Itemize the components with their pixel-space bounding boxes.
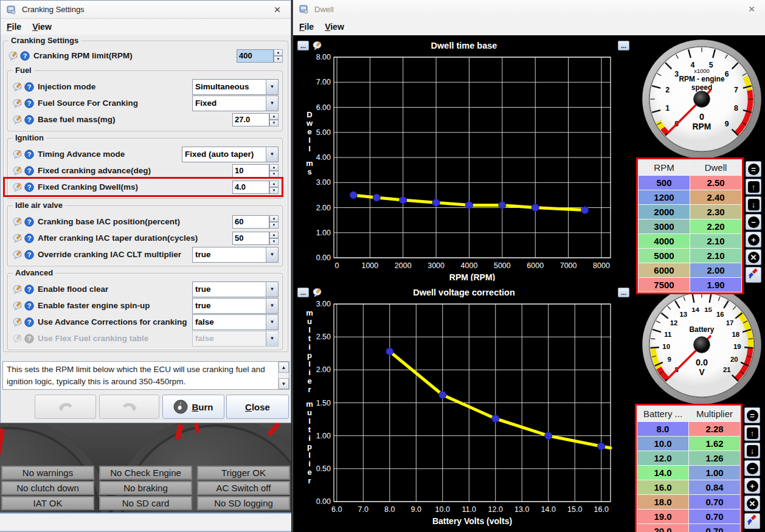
number-input[interactable]: 50 xyxy=(232,232,269,245)
menu-file[interactable]: File xyxy=(299,22,314,32)
edit-bubble-icon[interactable] xyxy=(13,250,23,260)
close-button[interactable]: ✕ xyxy=(746,249,761,265)
table-cell[interactable]: 4000 xyxy=(639,234,690,249)
indicator-trigger-ok[interactable]: Trigger OK xyxy=(197,466,290,480)
chart-point[interactable] xyxy=(545,432,552,440)
indicator-no-sd-card[interactable]: No SD card xyxy=(99,496,192,510)
chevron-down-icon[interactable]: ▼ xyxy=(266,147,278,162)
indicator-no-check-engine[interactable]: No Check Engine xyxy=(99,466,192,480)
help-question-icon[interactable]: ? xyxy=(24,233,35,243)
chevron-down-icon[interactable]: ▼ xyxy=(266,282,278,297)
dropdown[interactable]: false▼ xyxy=(192,331,279,347)
spinner-down-icon[interactable]: ▼ xyxy=(269,171,279,178)
indicator-ac-switch-off[interactable]: AC Switch off xyxy=(197,481,290,495)
table-cell[interactable]: 10.0 xyxy=(637,437,689,451)
dropdown[interactable]: Fixed▼ xyxy=(192,95,279,111)
burn-button[interactable]: Burn xyxy=(162,395,224,419)
help-question-icon[interactable]: ? xyxy=(24,166,35,176)
chart-point[interactable] xyxy=(531,204,539,212)
dropdown[interactable]: true▼ xyxy=(192,247,279,263)
indicator-iat-ok[interactable]: IAT OK xyxy=(1,496,94,510)
chart-point[interactable] xyxy=(350,192,357,199)
help-question-icon[interactable]: ? xyxy=(20,51,30,61)
help-question-icon[interactable]: ? xyxy=(24,250,35,260)
menu-file[interactable]: File xyxy=(7,22,21,32)
table-cell[interactable]: 1.26 xyxy=(689,451,741,466)
chart-point[interactable] xyxy=(439,392,446,399)
chart-point[interactable] xyxy=(373,194,380,201)
dropdown-value[interactable]: true xyxy=(193,247,266,262)
spinner-down-icon[interactable]: ▼ xyxy=(269,222,279,229)
minus-button[interactable]: − xyxy=(746,214,761,230)
scroll-up-icon[interactable]: ▲ xyxy=(279,362,289,373)
pencil-button[interactable] xyxy=(744,513,760,529)
help-question-icon[interactable]: ? xyxy=(24,334,35,344)
chart-point[interactable] xyxy=(499,201,506,209)
chevron-down-icon[interactable]: ▼ xyxy=(266,299,278,313)
edit-bubble-icon[interactable] xyxy=(13,217,23,227)
edit-bubble-icon[interactable] xyxy=(13,115,23,125)
spinner-down-icon[interactable]: ▼ xyxy=(269,187,279,194)
help-question-icon[interactable]: ? xyxy=(24,98,35,108)
dropdown-value[interactable]: Fixed (auto taper) xyxy=(182,147,266,162)
table-cell[interactable]: 3000 xyxy=(639,219,690,234)
edit-bubble-icon[interactable] xyxy=(13,285,23,294)
table-cell[interactable]: 2.30 xyxy=(690,205,742,219)
spinner-up-icon[interactable]: ▲ xyxy=(269,181,279,187)
table-cell[interactable]: 2000 xyxy=(639,205,690,219)
number-input[interactable]: 27.0 xyxy=(232,113,269,126)
close-button[interactable]: ✕ xyxy=(744,496,760,511)
up-button[interactable]: ↑ xyxy=(746,179,761,195)
dropdown-value[interactable]: false xyxy=(193,315,266,330)
table-cell[interactable]: 20.0 xyxy=(637,524,689,532)
down-button[interactable]: ↓ xyxy=(744,443,760,458)
table-cell[interactable]: 5000 xyxy=(639,249,690,263)
dropdown-value[interactable]: Fixed xyxy=(193,96,266,111)
help-scrollbar[interactable]: ▲▼ xyxy=(278,362,289,389)
chevron-down-icon[interactable]: ▼ xyxy=(266,80,278,94)
equals-button[interactable]: = xyxy=(746,161,761,177)
number-input[interactable]: 60 xyxy=(232,215,269,229)
chevron-down-icon[interactable]: ▼ xyxy=(266,247,278,262)
dropdown-value[interactable]: true xyxy=(193,282,266,297)
undo-button[interactable] xyxy=(35,395,96,419)
indicator-no-braking[interactable]: No braking xyxy=(99,481,192,495)
table-cell[interactable]: 2.00 xyxy=(690,263,742,278)
chart-menu-button[interactable]: ... xyxy=(297,41,309,50)
equals-button[interactable]: = xyxy=(744,407,760,423)
table-cell[interactable]: 19.0 xyxy=(637,510,689,524)
indicator-no-sd-logging[interactable]: No SD logging xyxy=(197,496,290,510)
table-cell[interactable]: 2.20 xyxy=(690,219,742,234)
edit-bubble-icon[interactable] xyxy=(13,166,23,176)
chart-menu-button[interactable]: ... xyxy=(618,41,629,50)
chart-point[interactable] xyxy=(492,415,499,423)
close-icon[interactable]: × xyxy=(269,3,286,16)
scroll-down-icon[interactable]: ▼ xyxy=(279,378,289,389)
help-question-icon[interactable]: ? xyxy=(24,82,35,92)
table-cell[interactable]: 0.70 xyxy=(689,495,741,510)
table-cell[interactable]: 0.84 xyxy=(689,480,741,495)
help-question-icon[interactable]: ? xyxy=(24,115,35,125)
table-cell[interactable]: 2.50 xyxy=(690,176,742,190)
menu-view[interactable]: View xyxy=(325,22,344,32)
edit-bubble-icon[interactable] xyxy=(313,41,323,50)
chart-point[interactable] xyxy=(598,443,605,450)
chart-plot[interactable]: 0.001.002.003.004.005.006.007.008.000100… xyxy=(296,54,632,281)
table-cell[interactable]: 12.0 xyxy=(637,451,689,466)
number-input[interactable]: 400 xyxy=(237,49,274,63)
chart-point[interactable] xyxy=(386,348,393,355)
edit-bubble-icon[interactable] xyxy=(13,182,23,192)
dropdown[interactable]: true▼ xyxy=(192,282,279,297)
table-cell[interactable]: 7500 xyxy=(639,278,690,292)
help-question-icon[interactable]: ? xyxy=(24,301,35,311)
table-cell[interactable]: 18.0 xyxy=(637,495,689,510)
number-input[interactable]: 10 xyxy=(232,164,269,178)
table-cell[interactable]: 8.0 xyxy=(637,422,689,437)
help-question-icon[interactable]: ? xyxy=(24,150,35,159)
help-question-icon[interactable]: ? xyxy=(24,285,35,294)
spinner-down-icon[interactable]: ▼ xyxy=(269,238,279,245)
chart-point[interactable] xyxy=(432,199,440,206)
plus-button[interactable]: + xyxy=(744,478,760,494)
spinner-up-icon[interactable]: ▲ xyxy=(269,164,279,171)
chart-menu-button[interactable]: ... xyxy=(618,288,629,297)
